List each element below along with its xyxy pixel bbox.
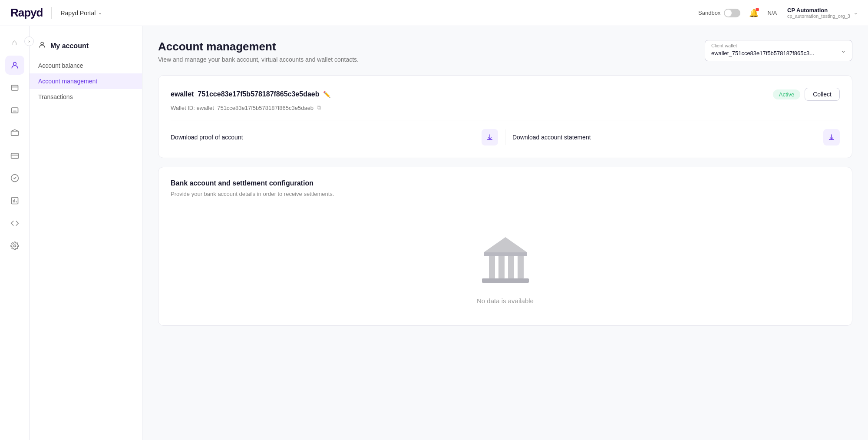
status-badge: Active <box>773 89 800 99</box>
user-info[interactable]: CP Automation cp_automation_testing_org_… <box>787 7 858 19</box>
empty-state: No data is available <box>171 211 840 313</box>
page-header: Account management View and manage your … <box>158 40 852 63</box>
svg-rect-3 <box>11 108 18 113</box>
download-row-divider <box>505 129 505 145</box>
empty-state-text: No data is available <box>477 297 534 304</box>
logo: Rapyd <box>10 6 43 20</box>
user-details: CP Automation cp_automation_testing_org_… <box>787 7 850 19</box>
topbar: Rapyd Rapyd Portal ⌄ Sandbox 🔔 N/A CP Au… <box>0 0 868 26</box>
page-header-left: Account management View and manage your … <box>158 40 359 63</box>
left-nav: My account Account balance Account manag… <box>30 26 142 440</box>
nav-icon-settings[interactable] <box>5 236 24 255</box>
download-statement-item: Download account statement <box>512 129 840 146</box>
nav-icon-reports[interactable] <box>5 191 24 210</box>
wallet-id-row: Wallet ID: ewallet_751cce83e17f5b578187f… <box>171 104 840 111</box>
nav-icon-account[interactable] <box>5 56 24 75</box>
notification-bell[interactable]: 🔔 <box>749 8 759 18</box>
copy-wallet-id-icon[interactable]: ⧉ <box>317 104 321 111</box>
svg-point-13 <box>41 42 43 45</box>
bank-section-title: Bank account and settlement configuratio… <box>171 179 840 187</box>
topbar-right: Sandbox 🔔 N/A CP Automation cp_automatio… <box>698 7 858 19</box>
sidebar-item-account-balance[interactable]: Account balance <box>30 58 142 73</box>
svg-rect-18 <box>508 256 514 278</box>
nav-section-title: My account <box>50 42 89 50</box>
portal-chevron-icon: ⌄ <box>98 10 102 16</box>
wallet-name: ewallet_751cce83e17f5b578187f865c3e5daeb… <box>171 90 330 98</box>
wallet-dropdown-chevron-icon: ⌄ <box>841 47 846 54</box>
edit-wallet-icon[interactable]: ✏️ <box>323 91 330 98</box>
page-title: Account management <box>158 40 359 53</box>
sandbox-label: Sandbox <box>698 10 720 16</box>
collapse-button[interactable]: › <box>24 36 34 46</box>
client-wallet-dropdown[interactable]: Client wallet ewallet_751cce83e17f5b5781… <box>705 40 852 61</box>
nav-user-icon <box>38 41 46 51</box>
bank-account-card: Bank account and settlement configuratio… <box>158 167 852 326</box>
nav-icon-home[interactable]: ⌂ <box>5 33 24 52</box>
svg-rect-19 <box>518 256 524 278</box>
wallet-actions: Active Collect <box>773 88 840 101</box>
user-name: CP Automation <box>787 7 828 13</box>
svg-rect-5 <box>11 153 18 159</box>
download-row: Download proof of account Download accou… <box>171 129 840 146</box>
nav-icon-payouts[interactable] <box>5 101 24 120</box>
portal-label: Rapyd Portal <box>60 10 96 17</box>
nav-section-header: My account <box>30 36 142 58</box>
wallet-card: ewallet_751cce83e17f5b578187f865c3e5daeb… <box>158 75 852 158</box>
download-statement-label: Download account statement <box>512 134 591 141</box>
main-content: Account management View and manage your … <box>142 26 868 440</box>
download-proof-item: Download proof of account <box>171 129 498 146</box>
topbar-divider <box>51 7 52 19</box>
user-chevron-icon: ⌄ <box>854 10 858 16</box>
nav-icon-payments[interactable] <box>5 78 24 97</box>
wallet-header: ewallet_751cce83e17f5b578187f865c3e5daeb… <box>171 88 840 101</box>
sidebar-item-account-management[interactable]: Account management <box>30 73 142 89</box>
sidebar-item-transactions[interactable]: Transactions <box>30 89 142 105</box>
nav-icon-wallets[interactable] <box>5 123 24 142</box>
user-org: cp_automation_testing_org_3 <box>787 13 850 19</box>
na-label: N/A <box>767 10 777 16</box>
bank-building-icon <box>475 228 536 289</box>
portal-selector[interactable]: Rapyd Portal ⌄ <box>60 10 102 17</box>
wallet-dropdown-value: ewallet_751cce83e17f5b578187f865c3... <box>711 50 814 56</box>
download-proof-label: Download proof of account <box>171 134 243 141</box>
download-statement-button[interactable] <box>823 129 840 146</box>
sandbox-toggle-thumb <box>725 10 732 17</box>
notification-badge <box>756 8 759 11</box>
layout: › ⌂ <box>0 26 868 440</box>
sidebar-icons: › ⌂ <box>0 26 30 440</box>
svg-rect-16 <box>489 256 495 278</box>
nav-icon-cards[interactable] <box>5 146 24 165</box>
nav-icon-compliance[interactable] <box>5 169 24 188</box>
sandbox-toggle-track[interactable] <box>724 9 740 17</box>
svg-point-0 <box>13 62 16 65</box>
svg-marker-14 <box>484 237 527 252</box>
download-proof-button[interactable] <box>482 129 498 146</box>
topbar-left: Rapyd Rapyd Portal ⌄ <box>10 6 102 20</box>
bank-section-subtitle: Provide your bank account details in ord… <box>171 191 840 197</box>
svg-rect-15 <box>484 252 527 256</box>
wallet-dropdown-label: Client wallet <box>711 43 737 48</box>
nav-icon-api[interactable] <box>5 214 24 233</box>
page-subtitle: View and manage your bank account, virtu… <box>158 56 359 63</box>
card-divider <box>171 120 840 120</box>
svg-rect-17 <box>498 256 505 278</box>
collect-button[interactable]: Collect <box>805 88 840 101</box>
svg-point-12 <box>13 245 16 247</box>
sandbox-toggle: Sandbox <box>698 9 740 17</box>
svg-rect-1 <box>11 85 18 90</box>
svg-rect-20 <box>482 278 529 283</box>
